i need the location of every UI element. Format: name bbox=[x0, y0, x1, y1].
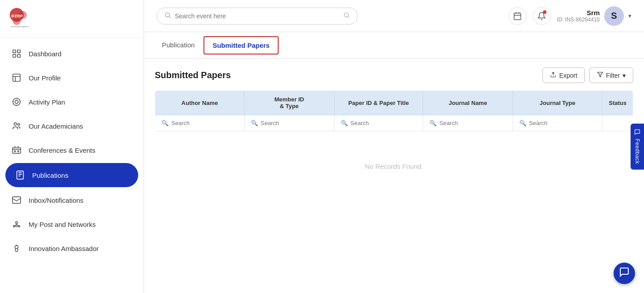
col-journal-type: Journal Type bbox=[513, 91, 602, 115]
calendar-button[interactable] bbox=[508, 7, 526, 25]
svg-marker-27 bbox=[597, 72, 603, 77]
sidebar-item-publications[interactable]: Publications bbox=[5, 163, 138, 187]
sidebar-item-conferences[interactable]: Conferences & Events bbox=[0, 138, 144, 162]
search-input[interactable] bbox=[175, 13, 339, 20]
member-search-cell: 🔍 bbox=[251, 120, 328, 126]
svg-point-23 bbox=[165, 13, 169, 17]
export-label: Export bbox=[559, 72, 577, 79]
user-id: ID: INS-86264410 bbox=[557, 17, 600, 23]
publications-icon bbox=[14, 169, 26, 181]
sidebar-item-label: My Post and Networks bbox=[29, 221, 96, 228]
sidebar-item-label: Dashboard bbox=[29, 50, 61, 58]
author-search-input[interactable] bbox=[171, 120, 238, 126]
innovation-icon bbox=[11, 243, 22, 254]
journal-type-search-cell: 🔍 bbox=[519, 120, 596, 126]
iferp-logo: IFERP connecting engineers... bbox=[9, 7, 32, 30]
journal-name-search-input[interactable] bbox=[439, 120, 506, 126]
tab-submitted-papers[interactable]: Submitted Papers bbox=[203, 36, 279, 54]
network-icon bbox=[11, 218, 22, 230]
col-status: Status bbox=[602, 91, 633, 115]
sidebar: IFERP connecting engineers... Dashboard … bbox=[0, 0, 144, 293]
avatar: S bbox=[604, 6, 624, 26]
paper-search-icon: 🔍 bbox=[341, 120, 348, 126]
author-search-icon: 🔍 bbox=[161, 120, 169, 126]
svg-text:connecting engineers...: connecting engineers... bbox=[10, 25, 30, 28]
export-icon bbox=[550, 71, 556, 79]
sidebar-item-activity-plan[interactable]: Activity Plan bbox=[0, 90, 144, 114]
sidebar-item-label: Our Academicians bbox=[29, 122, 83, 130]
svg-rect-14 bbox=[13, 148, 21, 154]
section-title: Submitted Papers bbox=[155, 70, 231, 80]
empty-state-row: No Records Found. bbox=[155, 131, 633, 202]
svg-point-19 bbox=[16, 222, 18, 224]
content-area: Publication Submitted Papers Submitted P… bbox=[144, 32, 644, 293]
svg-point-11 bbox=[15, 100, 18, 103]
sidebar-item-inbox[interactable]: Inbox/Notifications bbox=[0, 188, 144, 212]
feedback-label: Feedback bbox=[634, 139, 640, 164]
sidebar-item-label: Publications bbox=[32, 172, 68, 179]
user-text: Srm ID: INS-86264410 bbox=[557, 9, 600, 23]
user-name: Srm bbox=[557, 9, 600, 17]
col-member-id: Member ID & Type bbox=[244, 91, 334, 115]
svg-rect-17 bbox=[17, 171, 24, 179]
search-icon bbox=[164, 12, 171, 21]
submitted-papers-table: Author Name Member ID & Type Paper ID & … bbox=[155, 90, 633, 202]
academicians-icon bbox=[11, 120, 22, 132]
header-icons: Srm ID: INS-86264410 S ▾ bbox=[508, 6, 631, 26]
search-bar[interactable] bbox=[157, 8, 358, 25]
profile-icon bbox=[11, 72, 22, 84]
activity-icon bbox=[11, 96, 22, 108]
tab-publication[interactable]: Publication bbox=[155, 32, 202, 59]
member-search-icon: 🔍 bbox=[251, 120, 258, 126]
chat-button[interactable] bbox=[614, 263, 635, 284]
dashboard-icon bbox=[11, 48, 22, 59]
table-wrapper: Author Name Member ID & Type Paper ID & … bbox=[144, 90, 644, 202]
svg-rect-8 bbox=[17, 54, 20, 57]
sidebar-item-our-profile[interactable]: Our Profile bbox=[0, 66, 144, 90]
col-author-name: Author Name bbox=[155, 91, 245, 115]
export-button[interactable]: Export bbox=[542, 67, 585, 83]
sidebar-item-academicians[interactable]: Our Academicians bbox=[0, 114, 144, 138]
sidebar-item-dashboard[interactable]: Dashboard bbox=[0, 42, 144, 66]
sidebar-item-label: Activity Plan bbox=[29, 98, 65, 106]
svg-rect-6 bbox=[17, 50, 20, 53]
empty-state-message: No Records Found. bbox=[161, 136, 627, 197]
svg-point-10 bbox=[13, 98, 21, 106]
journal-type-search-icon: 🔍 bbox=[519, 120, 526, 126]
journal-type-search-input[interactable] bbox=[529, 120, 596, 126]
journal-name-search-cell: 🔍 bbox=[429, 120, 506, 126]
inbox-icon bbox=[11, 194, 22, 206]
chevron-down-icon[interactable]: ▾ bbox=[628, 13, 631, 19]
svg-rect-18 bbox=[13, 197, 21, 204]
filter-label: Filter bbox=[606, 72, 620, 79]
svg-rect-5 bbox=[13, 50, 16, 53]
svg-point-13 bbox=[17, 123, 20, 126]
notification-badge bbox=[543, 10, 547, 14]
search-row: 🔍 🔍 bbox=[155, 115, 633, 131]
notification-button[interactable] bbox=[533, 7, 551, 25]
paper-search-input[interactable] bbox=[351, 120, 417, 126]
search-submit-icon bbox=[343, 12, 350, 21]
conference-icon bbox=[11, 144, 22, 156]
col-paper-id: Paper ID & Paper Title bbox=[334, 91, 423, 115]
journal-name-search-icon: 🔍 bbox=[429, 120, 436, 126]
feedback-tab[interactable]: Feedback bbox=[631, 124, 644, 170]
action-buttons: Export Filter ▾ bbox=[542, 67, 633, 83]
sidebar-item-innovation[interactable]: Innovation Ambassador bbox=[0, 236, 144, 260]
filter-button[interactable]: Filter ▾ bbox=[589, 67, 633, 83]
author-search-cell: 🔍 bbox=[161, 120, 238, 126]
member-search-input[interactable] bbox=[261, 120, 328, 126]
svg-point-24 bbox=[344, 13, 348, 17]
sidebar-item-label: Conferences & Events bbox=[29, 146, 95, 154]
svg-point-15 bbox=[14, 151, 16, 152]
sidebar-item-my-post[interactable]: My Post and Networks bbox=[0, 212, 144, 236]
svg-point-16 bbox=[17, 151, 19, 152]
content-inner: Publication Submitted Papers Submitted P… bbox=[144, 32, 644, 293]
status-search-cell bbox=[602, 115, 633, 131]
sidebar-item-label: Our Profile bbox=[29, 74, 61, 82]
chat-icon bbox=[619, 267, 630, 280]
sidebar-item-label: Innovation Ambassador bbox=[29, 245, 99, 252]
sidebar-item-label: Inbox/Notifications bbox=[29, 197, 84, 204]
tab-bar: Publication Submitted Papers bbox=[144, 32, 644, 59]
filter-chevron-icon: ▾ bbox=[623, 72, 626, 79]
